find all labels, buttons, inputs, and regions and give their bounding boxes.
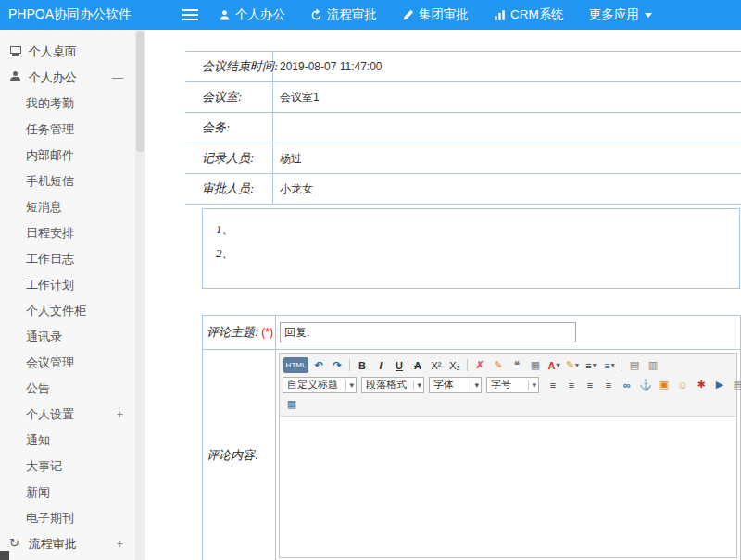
remove-format-icon[interactable]: ✗ (471, 357, 488, 373)
editor-toolbar-row-3: ▦ (283, 394, 734, 414)
font-color-icon[interactable]: A (546, 357, 562, 373)
sidebar-item-schedule[interactable]: 日程安排 (0, 220, 135, 246)
align-justify-icon[interactable]: ≡ (600, 377, 617, 392)
insert-frame-icon[interactable]: ▦ (527, 357, 544, 373)
superscript-icon[interactable]: X² (428, 357, 445, 373)
blockquote-icon[interactable]: ❝ (509, 357, 525, 373)
sidebar-item-contacts[interactable]: 通讯录 (0, 324, 135, 350)
sidebar-item-personal-settings[interactable]: 个人设置 + (0, 402, 135, 428)
heading-select[interactable]: 自定义标题 (283, 377, 357, 393)
preview-page-icon[interactable]: ▥ (645, 357, 661, 373)
app-logo[interactable]: PHPOA协同办公软件 (0, 6, 176, 23)
attachment-icon[interactable]: ▤ (730, 377, 741, 392)
nav-group-approval[interactable]: 集团审批 (402, 6, 469, 23)
topbar: PHPOA协同办公软件 个人办公 流程审批 集团审批 CRM系统 更多应用 (0, 0, 741, 30)
font-size-select[interactable]: 字号 (486, 377, 539, 393)
unordered-list-icon[interactable]: ≡ (601, 357, 618, 373)
flash-icon[interactable]: ✱ (693, 377, 710, 392)
link-icon[interactable]: ∞ (619, 377, 635, 392)
sidebar-item-notification[interactable]: 通知 (0, 428, 135, 454)
sidebar-item-memorabilia[interactable]: 大事记 (0, 454, 135, 479)
sidebar-item-label: 任务管理 (26, 122, 74, 136)
sidebar-item-label: 大事记 (26, 459, 62, 473)
strikethrough-icon[interactable]: A (409, 357, 426, 373)
bold-icon[interactable]: B (354, 357, 370, 373)
sidebar-item-personal-file-cabinet[interactable]: 个人文件柜 (0, 298, 135, 324)
sidebar-item-short-message[interactable]: 短消息 (0, 194, 135, 220)
expand-toggle-icon[interactable]: — (112, 65, 123, 91)
comment-form: 评论主题: (*) 评论内容: HTML↶↷BIUAX²X₂✗✎❝▦A✎≡≡▤▥ (202, 315, 741, 560)
sidebar-item-internal-mail[interactable]: 内部邮件 (0, 143, 135, 168)
highlight-color-icon[interactable]: ✎ (564, 357, 581, 373)
insert-image-icon[interactable]: ▣ (656, 377, 672, 392)
nav-label: CRM系统 (510, 6, 564, 23)
sidebar-item-process-approval[interactable]: 流程审批 + (0, 531, 135, 557)
paragraph-format-select[interactable]: 段落格式 (361, 377, 424, 393)
anchor-icon[interactable]: ⚓ (637, 377, 654, 392)
nav-label: 更多应用 (589, 6, 639, 23)
underline-icon[interactable]: U (391, 357, 408, 373)
sidebar-item-label: 新闻 (26, 485, 50, 499)
ordered-list-icon[interactable]: ≡ (583, 357, 599, 373)
new-page-icon[interactable]: ▤ (626, 357, 643, 373)
redo-icon[interactable]: ↷ (329, 357, 345, 373)
nav-crm-system[interactable]: CRM系统 (494, 6, 564, 23)
sidebar-item-icon (9, 71, 21, 82)
bar-chart-icon (494, 9, 506, 21)
sidebar-item-label: 个人文件柜 (26, 304, 86, 317)
format-painter-icon[interactable]: ✎ (490, 357, 507, 373)
meeting-detail-row: 审批人员: 小龙女 (185, 174, 741, 205)
sidebar-item-task-management[interactable]: 任务管理 (0, 117, 135, 143)
meeting-detail-table: 会议结束时间: 2019-08-07 11:47:00 会议室: 会议室1 会务… (185, 51, 741, 205)
comment-content-label-cell: 评论内容: (203, 350, 276, 560)
meeting-detail-row: 会务: (185, 113, 741, 143)
toolbar-separator[interactable] (467, 359, 468, 371)
comment-subject-row: 评论主题: (*) (203, 316, 740, 350)
top-navigation: 个人办公 流程审批 集团审批 CRM系统 更多应用 (219, 6, 677, 23)
dropdown-label: 自定义标题 (287, 378, 338, 392)
sidebar-item-personal-desktop[interactable]: 个人桌面 (0, 39, 135, 65)
sidebar-item-meeting-management[interactable]: 会议管理 (0, 350, 135, 376)
toolbar-separator[interactable] (349, 359, 350, 371)
scrollbar-thumb[interactable] (136, 31, 144, 152)
sidebar-item-label: 工作日志 (26, 252, 74, 266)
editor-content-area[interactable] (280, 417, 736, 557)
dropdown-label: 字体 (433, 378, 454, 392)
align-center-icon[interactable]: ≡ (563, 377, 580, 392)
hamburger-menu-icon[interactable] (176, 0, 204, 30)
align-right-icon[interactable]: ≡ (582, 377, 598, 392)
expand-toggle-icon[interactable]: + (117, 531, 123, 557)
insert-table-icon[interactable]: ▦ (283, 396, 300, 412)
sidebar-item-label: 日程安排 (26, 226, 74, 240)
sidebar-item-label: 个人桌面 (29, 44, 77, 58)
sidebar-item-label: 通知 (26, 433, 50, 447)
sidebar-item-e-journal[interactable]: 电子期刊 (0, 505, 135, 531)
field-value: 会议室1 (273, 82, 741, 112)
comment-subject-input[interactable] (280, 322, 576, 342)
sidebar-item-mobile-sms[interactable]: 手机短信 (0, 168, 135, 194)
emoticon-icon[interactable]: ☺ (674, 377, 691, 392)
sidebar-item-icon (9, 45, 21, 56)
field-label: 会务: (185, 113, 273, 143)
nav-process-approval[interactable]: 流程审批 (310, 6, 377, 23)
nav-more-apps[interactable]: 更多应用 (589, 6, 652, 23)
sidebar-item-work-log[interactable]: 工作日志 (0, 246, 135, 272)
sidebar-item-work-plan[interactable]: 工作计划 (0, 272, 135, 298)
sidebar-item-news[interactable]: 新闻 (0, 479, 135, 505)
align-left-icon[interactable]: ≡ (545, 377, 561, 392)
field-label: 会议结束时间: (185, 52, 273, 81)
source-code-button[interactable]: HTML (283, 357, 308, 373)
meeting-detail-row: 会议室: 会议室1 (185, 82, 741, 113)
nav-personal-office[interactable]: 个人办公 (219, 6, 285, 23)
sidebar-item-announcement[interactable]: 公告 (0, 376, 135, 402)
expand-toggle-icon[interactable]: + (117, 402, 123, 428)
undo-icon[interactable]: ↶ (310, 357, 327, 373)
font-family-select[interactable]: 字体 (429, 377, 482, 393)
subscript-icon[interactable]: X₂ (446, 357, 463, 373)
media-icon[interactable]: ▶ (711, 377, 728, 392)
toolbar-separator[interactable] (622, 359, 622, 371)
sidebar-item-personal-office[interactable]: 个人办公 — (0, 65, 135, 91)
italic-icon[interactable]: I (372, 357, 389, 373)
sidebar-item-my-attendance[interactable]: 我的考勤 (0, 91, 135, 117)
sidebar-scrollbar[interactable] (135, 30, 145, 560)
